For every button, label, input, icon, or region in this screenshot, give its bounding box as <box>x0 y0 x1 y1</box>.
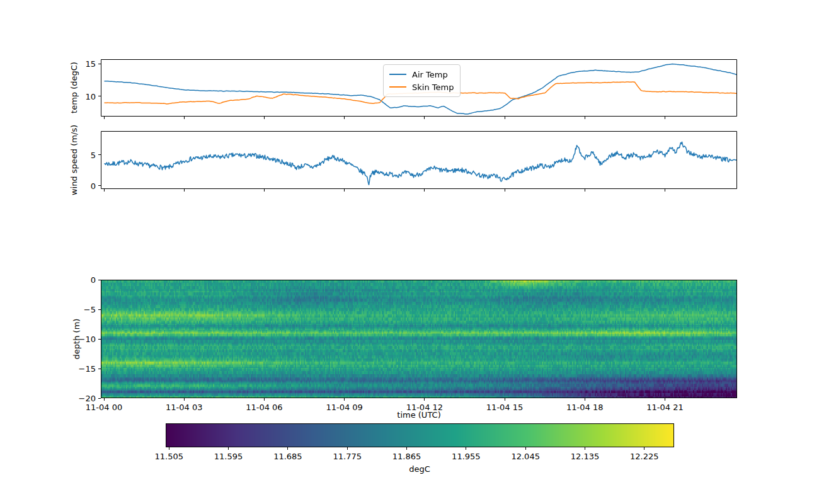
x-tick-mark <box>665 117 665 119</box>
time-x-axis-label: time (UTC) <box>397 410 440 420</box>
y-tick-mark <box>98 369 101 369</box>
legend-item-skin-temp: Skin Temp <box>389 81 454 93</box>
colorbar-axes: 11.50511.59511.68511.77511.86511.95512.0… <box>166 423 674 447</box>
x-tick-label: 11-04 18 <box>566 403 603 411</box>
colorbar-tick-mark <box>466 447 466 450</box>
colorbar-label: degC <box>409 464 430 474</box>
temp-y-axis-label: temp (degC) <box>69 62 79 113</box>
colorbar-tick-mark <box>406 447 407 450</box>
x-tick-mark <box>104 398 105 401</box>
y-tick-mark <box>98 339 101 340</box>
y-tick-label: 0 <box>91 276 96 284</box>
figure: temp (degC) wind speed (m/s) depth (m) A… <box>0 0 819 504</box>
x-tick-mark <box>424 398 425 401</box>
x-tick-mark <box>264 117 265 119</box>
y-tick-mark <box>98 96 101 96</box>
x-tick-mark <box>344 189 345 192</box>
x-tick-mark <box>344 117 345 119</box>
x-tick-label: 11-04 03 <box>166 403 202 411</box>
x-tick-mark <box>104 117 105 119</box>
y-tick-mark <box>98 398 101 399</box>
colorbar-tick-label: 11.595 <box>214 452 243 461</box>
x-tick-mark <box>344 398 345 401</box>
legend-label-air-temp: Air Temp <box>412 70 448 79</box>
x-tick-mark <box>184 189 185 192</box>
x-tick-mark <box>665 189 665 192</box>
legend: Air Temp Skin Temp <box>383 64 461 97</box>
y-tick-mark <box>98 309 101 310</box>
x-tick-label: 11-04 09 <box>326 403 362 411</box>
x-tick-label: 11-04 21 <box>646 403 683 411</box>
colorbar-tick-mark <box>228 447 229 450</box>
x-tick-mark <box>505 398 505 401</box>
y-tick-label: −5 <box>84 306 96 314</box>
legend-label-skin-temp: Skin Temp <box>412 83 454 92</box>
x-tick-mark <box>585 117 585 119</box>
y-tick-label: −20 <box>79 394 96 403</box>
colorbar-tick-label: 11.685 <box>273 452 302 461</box>
y-tick-label: 0 <box>91 181 96 190</box>
legend-item-air-temp: Air Temp <box>389 68 454 81</box>
colorbar-tick-label: 11.865 <box>392 452 421 461</box>
y-tick-label: 5 <box>91 151 96 159</box>
x-tick-mark <box>184 117 185 119</box>
air-temp-line-swatch <box>389 74 406 76</box>
x-tick-mark <box>184 398 185 401</box>
y-tick-label: −10 <box>79 335 96 343</box>
wind-y-axis-label: wind speed (m/s) <box>69 125 79 195</box>
skin-temp-line-swatch <box>389 86 406 88</box>
wind-axes: 50 <box>101 131 737 189</box>
y-tick-mark <box>98 154 101 155</box>
x-tick-mark <box>424 117 425 119</box>
colorbar-canvas <box>166 423 674 447</box>
temp-axes: Air Temp Skin Temp 1510 <box>101 59 737 117</box>
x-tick-mark <box>264 189 265 192</box>
x-tick-label: 11-04 00 <box>86 403 122 411</box>
heatmap-axes: 0−5−10−15−2011-04 0011-04 0311-04 0611-0… <box>101 280 737 398</box>
colorbar-tick-label: 12.135 <box>571 452 600 461</box>
colorbar-tick-mark <box>525 447 526 450</box>
heatmap-canvas <box>101 280 737 398</box>
colorbar-tick-mark <box>644 447 644 450</box>
colorbar-tick-label: 11.505 <box>154 452 183 461</box>
x-tick-mark <box>424 189 425 192</box>
wind-plot-canvas <box>101 131 737 189</box>
x-tick-label: 11-04 06 <box>246 403 282 411</box>
y-tick-label: −15 <box>79 365 96 373</box>
colorbar-tick-mark <box>347 447 348 450</box>
y-tick-mark <box>98 64 101 64</box>
colorbar-tick-mark <box>585 447 585 450</box>
colorbar-tick-label: 11.775 <box>333 452 362 461</box>
x-tick-mark <box>585 189 585 192</box>
x-tick-mark <box>505 117 505 119</box>
x-tick-mark <box>104 189 105 192</box>
x-tick-mark <box>665 398 665 401</box>
x-tick-mark <box>264 398 265 401</box>
colorbar-tick-label: 12.225 <box>630 452 659 461</box>
y-tick-label: 15 <box>85 60 96 68</box>
x-tick-mark <box>585 398 585 401</box>
colorbar-tick-label: 12.045 <box>511 452 540 461</box>
x-tick-label: 11-04 15 <box>486 403 523 411</box>
y-tick-label: 10 <box>85 92 96 100</box>
y-tick-mark <box>98 280 101 280</box>
colorbar-tick-label: 11.955 <box>452 452 481 461</box>
x-tick-mark <box>505 189 505 192</box>
colorbar-tick-mark <box>287 447 288 450</box>
y-tick-mark <box>98 185 101 186</box>
colorbar-tick-mark <box>169 447 169 450</box>
